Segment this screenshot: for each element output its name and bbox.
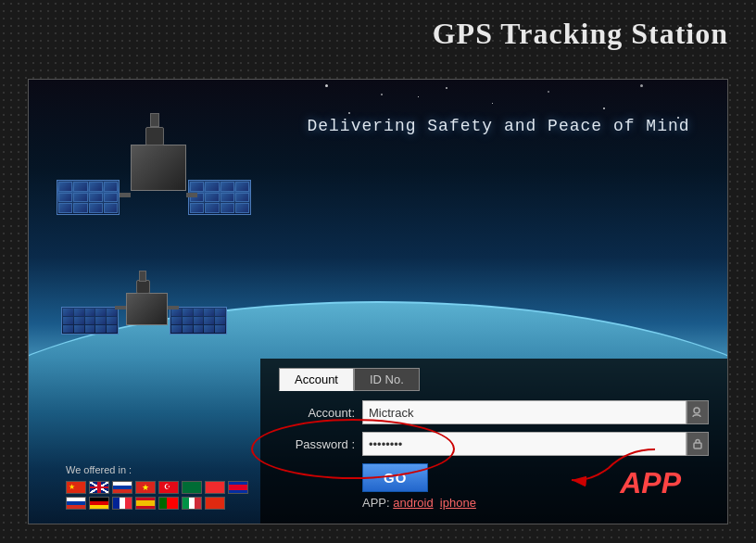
panel-cell bbox=[220, 203, 234, 213]
go-button[interactable]: GO bbox=[362, 463, 428, 492]
star bbox=[548, 91, 549, 93]
panel-cell bbox=[205, 203, 219, 213]
panel-cell bbox=[194, 325, 204, 333]
tab-account[interactable]: Account bbox=[279, 368, 354, 391]
satellite-sensor bbox=[145, 127, 164, 145]
main-container: Delivering Safety and Peace of Mind Acco… bbox=[28, 79, 728, 524]
panel-cell bbox=[104, 193, 118, 203]
satellite-arm bbox=[186, 193, 197, 197]
language-area: We offered in : bbox=[66, 464, 248, 510]
svg-point-0 bbox=[694, 408, 699, 413]
panel-cell bbox=[205, 182, 219, 192]
password-label: Password : bbox=[279, 437, 362, 451]
app-prefix: APP: bbox=[362, 496, 393, 510]
flag-spain[interactable] bbox=[135, 497, 156, 510]
panel-cell bbox=[58, 193, 72, 203]
flag-hongkong[interactable] bbox=[205, 497, 225, 510]
panel-cell bbox=[190, 203, 204, 213]
star bbox=[348, 112, 350, 114]
password-input[interactable] bbox=[362, 432, 687, 456]
panel-cell bbox=[63, 309, 73, 316]
star bbox=[418, 96, 419, 97]
panel-cell bbox=[183, 309, 193, 316]
flag-france[interactable] bbox=[112, 497, 132, 510]
star bbox=[492, 103, 493, 104]
panel-cell bbox=[95, 309, 106, 316]
panel-cell bbox=[107, 317, 117, 324]
panel-cell bbox=[58, 182, 72, 192]
panel-cell bbox=[235, 193, 249, 203]
panel-cell bbox=[215, 309, 225, 316]
app-annotation-label: APP bbox=[620, 466, 681, 500]
panel-cell bbox=[89, 182, 103, 192]
panel-cell bbox=[63, 317, 73, 324]
satellite-sensor-2 bbox=[136, 280, 150, 294]
panel-cell bbox=[215, 317, 225, 324]
star bbox=[446, 87, 447, 89]
panel-cell bbox=[89, 203, 103, 213]
panel-cell bbox=[235, 203, 249, 213]
flag-norway[interactable] bbox=[205, 481, 225, 494]
panel-cell bbox=[171, 309, 182, 316]
flag-turkey[interactable] bbox=[158, 481, 179, 494]
flag-russia-2[interactable] bbox=[66, 497, 86, 510]
android-link[interactable]: android bbox=[393, 496, 433, 510]
svg-rect-1 bbox=[694, 443, 701, 448]
solar-panel-2-right bbox=[170, 307, 227, 335]
panel-cell bbox=[85, 325, 95, 333]
panel-cell bbox=[204, 309, 214, 316]
password-input-icon[interactable] bbox=[687, 432, 709, 456]
satellite-2 bbox=[57, 265, 242, 432]
flag-cambodia[interactable] bbox=[228, 481, 248, 494]
star bbox=[381, 94, 383, 95]
panel-cell bbox=[74, 325, 84, 333]
flag-row-1 bbox=[66, 481, 248, 494]
panel-cell bbox=[85, 317, 95, 324]
panel-cell bbox=[220, 182, 234, 192]
flag-russia[interactable] bbox=[112, 481, 132, 494]
satellite-lens bbox=[150, 113, 159, 127]
panel-cell bbox=[171, 317, 182, 324]
panel-cell bbox=[73, 182, 87, 192]
login-tabs: Account ID No. bbox=[279, 368, 709, 391]
go-app-section: GO APP: android iphone bbox=[362, 463, 476, 510]
solar-panel-2-left bbox=[61, 307, 119, 335]
flag-vietnam[interactable] bbox=[135, 481, 156, 494]
flag-china[interactable] bbox=[66, 481, 86, 494]
panel-cell bbox=[194, 309, 204, 316]
satellite-body bbox=[131, 145, 186, 191]
panel-cell bbox=[58, 203, 72, 213]
solar-panel-left bbox=[57, 180, 120, 215]
flag-italy[interactable] bbox=[182, 497, 202, 510]
panel-cell bbox=[104, 182, 118, 192]
page-title: GPS Tracking Station bbox=[0, 0, 756, 60]
star bbox=[640, 84, 643, 87]
flag-germany[interactable] bbox=[89, 497, 109, 510]
iphone-link[interactable]: iphone bbox=[440, 496, 476, 510]
panel-cell bbox=[190, 182, 204, 192]
flag-arabic[interactable] bbox=[182, 481, 202, 494]
panel-cell bbox=[215, 325, 225, 333]
panel-cell bbox=[205, 193, 219, 203]
language-label: We offered in : bbox=[66, 464, 248, 475]
solar-panel-right bbox=[188, 180, 251, 215]
panel-cell bbox=[73, 203, 87, 213]
satellite-arm bbox=[168, 306, 179, 309]
panel-cell bbox=[171, 325, 182, 333]
account-input[interactable] bbox=[362, 400, 687, 424]
star bbox=[603, 107, 605, 109]
panel-cell bbox=[73, 193, 87, 203]
account-input-icon[interactable] bbox=[687, 400, 709, 424]
panel-cell bbox=[220, 193, 234, 203]
panel-cell bbox=[89, 193, 103, 203]
page-subtitle: Delivering Safety and Peace of Mind bbox=[307, 117, 690, 135]
account-label: Account: bbox=[279, 406, 362, 420]
satellite-arm bbox=[120, 193, 131, 197]
tab-idno[interactable]: ID No. bbox=[354, 368, 420, 391]
flag-portugal[interactable] bbox=[158, 497, 179, 510]
panel-cell bbox=[74, 317, 84, 324]
panel-cell bbox=[74, 309, 84, 316]
password-row: Password : bbox=[279, 432, 709, 456]
flag-uk[interactable] bbox=[89, 481, 109, 494]
panel-cell bbox=[204, 325, 214, 333]
